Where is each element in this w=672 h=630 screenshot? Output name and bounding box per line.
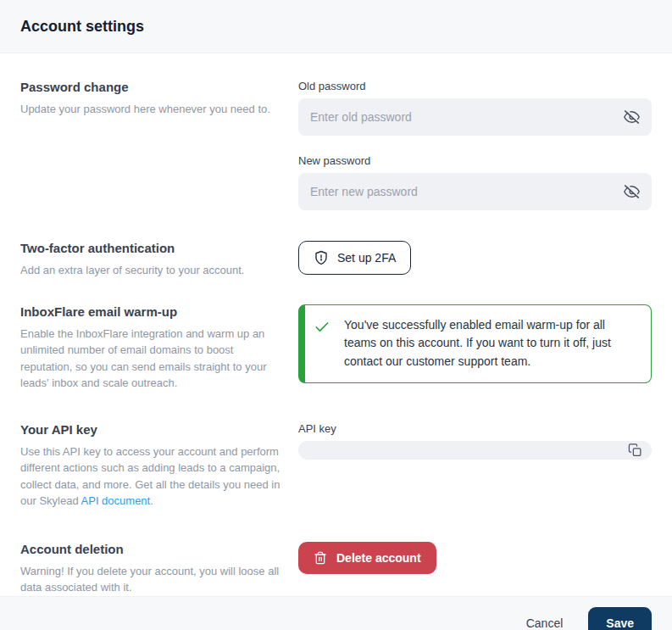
old-password-input-wrap bbox=[298, 98, 652, 136]
password-fields: Old password New password bbox=[298, 80, 652, 210]
api-key-description: Use this API key to access your account … bbox=[20, 443, 288, 510]
new-password-input-wrap bbox=[298, 173, 652, 210]
old-password-label: Old password bbox=[298, 80, 652, 92]
two-factor-description: Add an extra layer of security to your a… bbox=[20, 262, 288, 279]
save-button[interactable]: Save bbox=[588, 607, 652, 630]
api-key-input-wrap bbox=[298, 441, 652, 460]
email-warmup-info: InboxFlare email warm-up Enable the Inbo… bbox=[20, 304, 288, 392]
email-warmup-description: Enable the InboxFlare integration and wa… bbox=[20, 326, 288, 392]
warmup-success-alert: You've successfully enabled email warm-u… bbox=[298, 304, 652, 383]
api-document-link[interactable]: API document bbox=[81, 494, 151, 507]
email-warmup-title: InboxFlare email warm-up bbox=[20, 304, 288, 319]
shield-icon bbox=[314, 250, 329, 265]
trash-icon bbox=[314, 551, 327, 565]
email-warmup-section: InboxFlare email warm-up Enable the Inbo… bbox=[20, 304, 652, 392]
api-key-title: Your API key bbox=[20, 422, 288, 437]
cancel-button[interactable]: Cancel bbox=[525, 611, 565, 630]
two-factor-action: Set up 2FA bbox=[298, 241, 652, 279]
delete-account-button[interactable]: Delete account bbox=[298, 542, 436, 574]
copy-icon bbox=[628, 443, 642, 457]
settings-content: Password change Update your password her… bbox=[0, 53, 672, 596]
old-password-input[interactable] bbox=[298, 98, 652, 136]
api-key-input[interactable] bbox=[298, 441, 652, 460]
setup-2fa-button-label: Set up 2FA bbox=[337, 251, 396, 265]
account-settings-page: Account settings Password change Update … bbox=[0, 0, 672, 630]
new-password-group: New password bbox=[298, 154, 652, 210]
new-password-label: New password bbox=[298, 154, 652, 167]
email-warmup-status: You've successfully enabled email warm-u… bbox=[298, 304, 652, 392]
account-deletion-section: Account deletion Warning! If you delete … bbox=[20, 542, 652, 596]
account-deletion-title: Account deletion bbox=[20, 542, 288, 556]
new-password-visibility-toggle[interactable] bbox=[622, 182, 641, 202]
password-section-info: Password change Update your password her… bbox=[20, 80, 288, 210]
api-key-description-period: . bbox=[150, 494, 153, 507]
check-icon bbox=[314, 319, 330, 371]
eye-off-icon bbox=[624, 184, 640, 200]
account-deletion-warning: Warning! If you delete your account, you… bbox=[20, 563, 288, 596]
two-factor-title: Two-factor authentication bbox=[20, 241, 288, 255]
new-password-input[interactable] bbox=[298, 173, 652, 210]
api-key-field-area: API key bbox=[298, 422, 652, 510]
page-footer: Cancel Save bbox=[0, 596, 672, 630]
warmup-success-message: You've successfully enabled email warm-u… bbox=[344, 316, 636, 371]
api-key-info: Your API key Use this API key to access … bbox=[20, 422, 288, 510]
delete-account-button-label: Delete account bbox=[336, 551, 421, 565]
eye-off-icon bbox=[624, 109, 640, 125]
old-password-group: Old password bbox=[298, 80, 652, 136]
old-password-visibility-toggle[interactable] bbox=[622, 108, 641, 127]
password-change-section: Password change Update your password her… bbox=[20, 80, 652, 210]
two-factor-info: Two-factor authentication Add an extra l… bbox=[20, 241, 288, 279]
api-key-section: Your API key Use this API key to access … bbox=[20, 422, 652, 510]
two-factor-section: Two-factor authentication Add an extra l… bbox=[20, 241, 652, 279]
copy-api-key-button[interactable] bbox=[626, 441, 644, 459]
account-deletion-action: Delete account bbox=[298, 542, 652, 596]
setup-2fa-button[interactable]: Set up 2FA bbox=[298, 241, 411, 275]
account-deletion-info: Account deletion Warning! If you delete … bbox=[20, 542, 288, 596]
password-section-description: Update your password here whenever you n… bbox=[20, 101, 288, 118]
page-header: Account settings bbox=[0, 0, 672, 53]
api-key-field-label: API key bbox=[298, 422, 652, 435]
page-title: Account settings bbox=[20, 18, 144, 36]
password-section-title: Password change bbox=[20, 80, 288, 94]
